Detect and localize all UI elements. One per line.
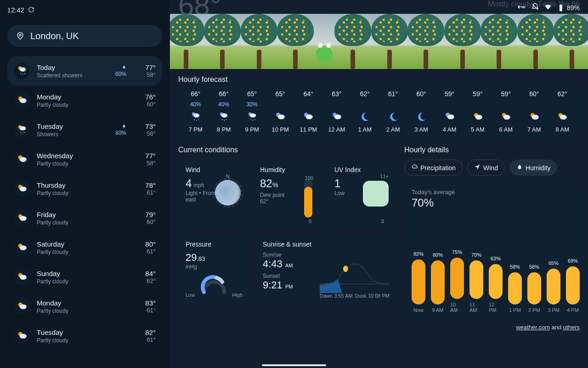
day-lo: 60° xyxy=(133,101,156,108)
hour-column[interactable]: 59° 6 AM xyxy=(493,90,519,133)
src-link[interactable]: weather.com xyxy=(516,324,550,331)
uv-card[interactable]: UV Index 1 Low 11+ 0 xyxy=(327,160,396,229)
svg-point-7 xyxy=(20,98,27,104)
dusk-label: Dusk xyxy=(355,293,367,299)
day-item[interactable]: Sunday Partly cloudy 84°62° xyxy=(7,262,162,292)
vpn-key-icon xyxy=(518,3,526,12)
uv-title: UV Index xyxy=(334,166,389,173)
svg-point-38 xyxy=(249,114,256,118)
tree-icon xyxy=(410,14,442,69)
hour-column[interactable]: 64° 11 PM xyxy=(296,90,321,133)
hourly-section: Hourly forecast 66° 40% 7 PM 66° 40% 8 P… xyxy=(178,75,580,139)
hour-temp: 66° xyxy=(191,90,200,98)
svg-point-55 xyxy=(532,115,539,120)
daily-forecast-list[interactable]: Today Scattered showers 60% 77°58° Monda… xyxy=(7,56,162,351)
wind-card[interactable]: Wind 4mph Light • From east N xyxy=(178,160,247,229)
main-panel: 68° Mostly cloudy · Feels like 66 High 7… xyxy=(170,0,588,368)
hour-icon xyxy=(416,111,427,122)
sun-arc xyxy=(320,257,390,293)
home-indicator[interactable] xyxy=(262,364,326,366)
humidity-bar: 80% 9 AM xyxy=(431,252,445,313)
day-title: Tuesday xyxy=(37,328,103,336)
pressure-card[interactable]: Pressure 29.83 inHg LowHigh xyxy=(178,234,250,303)
hero-illustration xyxy=(170,14,588,69)
day-hi: 79° xyxy=(133,211,156,218)
svg-point-22 xyxy=(20,275,27,280)
svg-point-12 xyxy=(24,132,25,133)
day-subtitle: Partly cloudy xyxy=(37,102,103,108)
src-others[interactable]: others xyxy=(563,324,580,331)
chip-precip-label: Precipitation xyxy=(420,164,456,172)
day-item[interactable]: Saturday Partly cloudy 80°61° xyxy=(7,233,162,262)
sunrise-label: Sunrise xyxy=(263,252,313,258)
hour-column[interactable]: 65° 30% 9 PM xyxy=(239,90,265,133)
day-subtitle: Partly cloudy xyxy=(37,161,103,167)
location-selector[interactable]: London, UK xyxy=(7,25,162,47)
chip-precipitation[interactable]: Precipitation xyxy=(404,160,463,176)
day-item[interactable]: Friday Partly cloudy 79°60° xyxy=(7,203,162,233)
hour-time: 10 PM xyxy=(271,126,289,133)
chip-wind-label: Wind xyxy=(483,164,498,172)
chip-humidity[interactable]: Humidity xyxy=(509,160,557,176)
humidity-pct: % xyxy=(272,181,278,189)
bar-value: 63% xyxy=(491,256,501,261)
day-subtitle: Partly cloudy xyxy=(37,337,103,344)
sync-icon xyxy=(28,6,34,14)
hour-column[interactable]: 65° 10 PM xyxy=(267,90,293,133)
hour-column[interactable]: 62° 8 AM xyxy=(549,90,575,133)
chip-humidity-label: Humidity xyxy=(526,164,550,172)
humidity-bar: 82% Now xyxy=(412,251,425,313)
day-title: Thursday xyxy=(37,181,103,189)
humidity-bar-chart: 82% Now 80% 9 AM 75% 10 AM 70% 11 AM 63%… xyxy=(412,235,572,313)
bar-label: 1 PM xyxy=(509,307,521,313)
hourly-forecast-card[interactable]: 66° 40% 7 PM 66° 40% 8 PM 65° 30% 9 PM 6… xyxy=(178,84,580,139)
chip-wind[interactable]: Wind xyxy=(467,160,505,176)
hour-column[interactable]: 62° 1 AM xyxy=(352,90,378,133)
hour-column[interactable]: 60° 7 AM xyxy=(521,90,547,133)
day-item[interactable]: Today Scattered showers 60% 77°58° xyxy=(7,56,162,86)
hour-column[interactable]: 60° 3 AM xyxy=(408,90,434,133)
wind-compass: N xyxy=(215,180,241,206)
system-statusbar-right: 89% xyxy=(518,3,580,12)
bar-label: 11 AM xyxy=(469,302,483,313)
day-subtitle: Scattered showers xyxy=(37,72,103,79)
day-item[interactable]: Thursday Partly cloudy 78°61° xyxy=(7,174,162,203)
day-item[interactable]: Tuesday Showers 80% 73°58° xyxy=(7,115,162,144)
fade-overlay xyxy=(7,350,162,368)
day-title: Tuesday xyxy=(37,122,103,130)
hour-column[interactable]: 66° 40% 8 PM xyxy=(211,90,236,133)
humidity-card[interactable]: Humidity 82% Dew point62° 100 0 xyxy=(253,160,322,229)
hero: 68° Mostly cloudy · Feels like 66 High 7… xyxy=(170,0,588,69)
uv-icon xyxy=(363,181,389,207)
dawn-label: Dawn xyxy=(320,293,333,299)
hd-card[interactable]: Today's average 70% 82% Now 80% 9 AM 75%… xyxy=(404,181,580,319)
day-item[interactable]: Tuesday Partly cloudy 82°61° xyxy=(7,321,162,351)
dew-value: 62° xyxy=(260,198,268,205)
day-item[interactable]: Monday Partly cloudy 83°61° xyxy=(7,292,162,321)
svg-point-28 xyxy=(193,114,199,118)
hour-time: 4 AM xyxy=(443,126,457,133)
sunset-time: 9:21 xyxy=(263,279,283,291)
bar-value: 58% xyxy=(529,264,539,270)
status-time: 12:42 xyxy=(7,6,24,14)
humidity-min: 0 xyxy=(309,218,311,224)
sun-card[interactable]: Sunrise & sunset Sunrise 4:43 AM Sunset … xyxy=(255,234,396,303)
uv-max: 11+ xyxy=(380,173,389,179)
hour-column[interactable]: 63° 12 AM xyxy=(324,90,349,133)
pressure-low: Low xyxy=(186,292,195,298)
day-item[interactable]: Wednesday Partly cloudy 77°58° xyxy=(7,144,162,174)
humidity-bar: 58% 1 PM xyxy=(508,264,522,313)
humidity-bar: 75% 10 AM xyxy=(450,249,464,313)
humidity-value: 82 xyxy=(260,177,272,190)
hour-time: 1 AM xyxy=(358,126,372,133)
hour-column[interactable]: 59° 5 AM xyxy=(465,90,490,133)
hour-column[interactable]: 59° 4 AM xyxy=(437,90,462,133)
hour-column[interactable]: 61° 2 AM xyxy=(380,90,406,133)
hour-column[interactable]: 66° 40% 7 PM xyxy=(183,90,208,133)
hour-time: 2 AM xyxy=(386,126,400,133)
day-item[interactable]: Monday Partly cloudy 76°60° xyxy=(7,86,162,115)
day-title: Wednesday xyxy=(37,152,103,160)
svg-point-18 xyxy=(20,216,27,221)
weather-icon xyxy=(14,92,30,109)
humidity-bar: 58% 2 PM xyxy=(527,264,541,313)
